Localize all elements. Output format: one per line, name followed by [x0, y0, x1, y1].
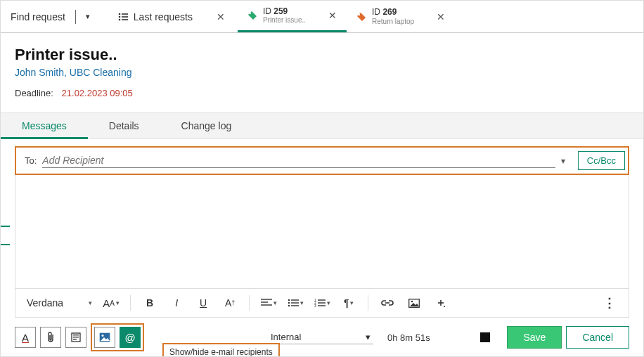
- attachment-button[interactable]: [40, 327, 61, 348]
- align-dropdown[interactable]: ▾: [257, 293, 281, 313]
- tag-icon: [356, 12, 366, 22]
- svg-point-11: [288, 299, 289, 301]
- format-toolbar: Verdana ▾ AA▾ B I U A† ▾ ▾ 123▾ ¶▾ ⋮: [15, 289, 629, 318]
- to-row: To: ▾: [19, 150, 574, 171]
- svg-rect-18: [318, 302, 326, 303]
- svg-point-15: [288, 305, 289, 306]
- tab-change-log[interactable]: Change log: [160, 113, 253, 138]
- svg-rect-3: [122, 16, 128, 18]
- svg-point-7: [359, 13, 360, 15]
- close-icon[interactable]: ✕: [328, 10, 337, 21]
- visibility-value: Internal: [271, 332, 301, 342]
- tab-details[interactable]: Details: [88, 113, 160, 138]
- svg-point-0: [119, 13, 121, 15]
- bullet-list-dropdown[interactable]: ▾: [283, 293, 307, 313]
- svg-rect-1: [122, 13, 128, 15]
- toggle-email-recipients-button[interactable]: @: [120, 327, 141, 348]
- bold-button[interactable]: B: [138, 293, 162, 313]
- find-request-button[interactable]: Find request ▾: [1, 1, 100, 32]
- deadline-row: Deadline: 21.02.2023 09:05: [15, 88, 629, 98]
- numbered-list-dropdown[interactable]: 123▾: [310, 293, 334, 313]
- deadline-label: Deadline:: [15, 88, 53, 98]
- tab-messages[interactable]: Messages: [1, 113, 88, 138]
- svg-rect-14: [291, 302, 299, 303]
- svg-point-4: [119, 18, 121, 20]
- text-color-button[interactable]: A: [15, 327, 36, 348]
- insert-template-button[interactable]: [65, 327, 86, 348]
- request-tab-259[interactable]: ID 259 Printer issue.. ✕: [238, 1, 347, 32]
- caret-down-icon: ▾: [89, 299, 92, 306]
- visibility-dropdown[interactable]: Internal ▾: [268, 330, 373, 344]
- last-requests-tab[interactable]: Last requests ✕: [100, 1, 238, 32]
- last-requests-label: Last requests: [134, 11, 193, 22]
- chevron-down-icon[interactable]: ▾: [86, 12, 90, 21]
- svg-rect-5: [122, 19, 128, 20]
- email-toggle-highlight-box: @: [91, 323, 144, 351]
- svg-rect-16: [291, 305, 299, 306]
- underline-button[interactable]: U: [191, 293, 215, 313]
- request-header: Printer issue.. John Smith, UBC Cleaning…: [1, 33, 643, 105]
- svg-rect-12: [291, 299, 299, 300]
- clear-format-button[interactable]: A†: [218, 293, 242, 313]
- close-icon[interactable]: ✕: [437, 11, 445, 22]
- font-family-value: Verdana: [27, 297, 63, 309]
- top-tab-bar: Find request ▾ Last requests ✕ ID 259 Pr…: [1, 1, 643, 33]
- find-request-label: Find request: [11, 11, 65, 22]
- action-bar: A @ Show/hide e-mail recipients Internal…: [15, 323, 629, 351]
- svg-point-27: [444, 306, 445, 307]
- italic-button[interactable]: I: [165, 293, 188, 313]
- deadline-value: 21.02.2023 09:05: [62, 88, 133, 98]
- stop-timer-button[interactable]: [480, 332, 490, 342]
- svg-point-6: [250, 13, 251, 14]
- svg-point-2: [119, 15, 121, 18]
- request-tab-269[interactable]: ID 269 Return laptop ✕: [347, 1, 455, 32]
- font-size-dropdown[interactable]: AA▾: [99, 293, 123, 313]
- tab-id-block: ID 259 Printer issue..: [263, 7, 306, 24]
- list-icon: [118, 13, 128, 21]
- message-body-editor[interactable]: [15, 175, 629, 289]
- tab-id-block: ID 269 Return laptop: [372, 8, 414, 25]
- svg-point-24: [411, 300, 413, 302]
- svg-rect-30: [73, 337, 79, 337]
- svg-point-13: [288, 302, 289, 304]
- paragraph-dropdown[interactable]: ¶▾: [337, 293, 361, 313]
- divider: [75, 10, 76, 24]
- cc-bcc-button[interactable]: Cc/Bcc: [578, 151, 625, 170]
- insert-image-button[interactable]: [94, 327, 115, 348]
- recipients-highlight-box: To: ▾ Cc/Bcc: [15, 146, 629, 175]
- chevron-down-icon[interactable]: ▾: [561, 156, 565, 166]
- more-options-button[interactable]: ⋮: [598, 293, 622, 313]
- svg-point-33: [102, 335, 104, 337]
- to-label: To:: [25, 155, 37, 166]
- chevron-down-icon: ▾: [366, 332, 371, 342]
- image-button[interactable]: [402, 293, 426, 313]
- svg-text:3: 3: [314, 304, 316, 307]
- request-title: Printer issue..: [15, 46, 629, 64]
- insert-more-button[interactable]: [429, 293, 453, 313]
- customer-link[interactable]: John Smith, UBC Cleaning: [15, 67, 629, 78]
- close-icon[interactable]: ✕: [217, 11, 225, 22]
- recipient-input[interactable]: [42, 153, 555, 168]
- font-family-dropdown[interactable]: Verdana ▾: [22, 297, 96, 309]
- save-button[interactable]: Save: [507, 326, 562, 349]
- svg-rect-17: [318, 299, 326, 300]
- tag-icon: [247, 11, 257, 20]
- svg-rect-29: [73, 335, 79, 335]
- link-button[interactable]: [375, 293, 399, 313]
- cancel-button[interactable]: Cancel: [566, 326, 629, 349]
- svg-rect-31: [73, 339, 77, 339]
- request-sub-tabs: Messages Details Change log: [1, 112, 643, 139]
- svg-rect-19: [318, 305, 326, 306]
- tooltip: Show/hide e-mail recipients: [162, 343, 280, 357]
- time-spent-value: 0h 8m 51s: [387, 332, 472, 343]
- sidebar-collapse-edge[interactable]: [0, 226, 10, 245]
